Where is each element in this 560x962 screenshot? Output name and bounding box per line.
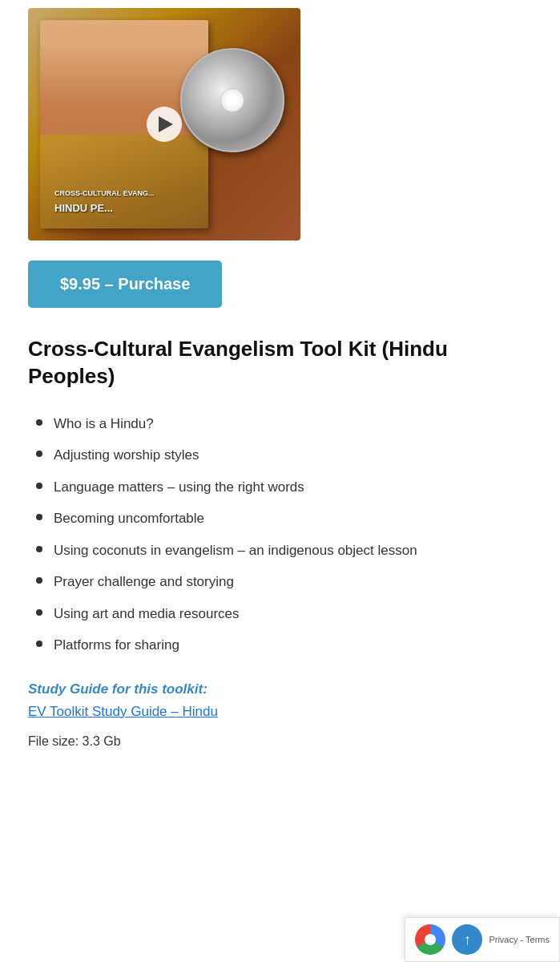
list-item: Using art and media resources <box>28 598 532 630</box>
up-arrow-icon: ↑ <box>464 932 471 948</box>
study-guide-link[interactable]: EV Toolkit Study Guide – Hindu <box>28 704 532 720</box>
product-image-container: CROSS-CULTURAL EVANG... HINDU PE... <box>0 0 560 240</box>
list-item-text: Platforms for sharing <box>54 635 179 656</box>
list-item: Platforms for sharing <box>28 629 532 661</box>
privacy-terms-text[interactable]: Privacy - Terms <box>489 935 550 944</box>
list-item: Adjusting worship styles <box>28 439 532 471</box>
privacy-badge: ↑ Privacy - Terms <box>405 917 560 962</box>
list-item: Language matters – using the right words <box>28 471 532 503</box>
book-cover: CROSS-CULTURAL EVANG... HINDU PE... <box>40 20 208 228</box>
list-item-text: Prayer challenge and storying <box>54 572 234 592</box>
bullet-dot <box>36 641 42 647</box>
list-item-text: Adjusting worship styles <box>54 445 199 466</box>
study-guide-section: Study Guide for this toolkit: EV Toolkit… <box>28 681 532 749</box>
list-item: Who is a Hindu? <box>28 408 532 440</box>
play-button[interactable] <box>147 107 182 142</box>
list-item-text: Using art and media resources <box>54 604 240 624</box>
play-icon <box>159 116 173 132</box>
file-size: File size: 3.3 Gb <box>28 734 532 749</box>
list-item: Using coconuts in evangelism – an indige… <box>28 535 532 567</box>
list-item-text: Becoming uncomfortable <box>54 508 204 529</box>
bullet-list: Who is a Hindu? Adjusting worship styles… <box>28 408 532 661</box>
dvd-disc <box>180 48 284 152</box>
list-item: Prayer challenge and storying <box>28 566 532 598</box>
bullet-dot <box>36 483 42 489</box>
list-item-text: Who is a Hindu? <box>54 414 154 435</box>
product-info: Cross-Cultural Evangelism Tool Kit (Hind… <box>0 328 560 765</box>
purchase-button[interactable]: $9.95 – Purchase <box>28 261 222 308</box>
up-arrow-button[interactable]: ↑ <box>452 924 482 955</box>
bullet-dot <box>36 419 42 426</box>
book-cover-title-text: HINDU PE... <box>54 202 194 214</box>
product-title: Cross-Cultural Evangelism Tool Kit (Hind… <box>28 336 532 390</box>
bullet-dot <box>36 514 42 520</box>
privacy-text-container: Privacy - Terms <box>489 935 550 944</box>
book-cover-small-text: CROSS-CULTURAL EVANG... <box>54 189 194 199</box>
study-guide-label: Study Guide for this toolkit: <box>28 681 532 697</box>
bullet-dot <box>36 451 42 457</box>
recaptcha-icon <box>415 924 445 955</box>
list-item-text: Using coconuts in evangelism – an indige… <box>54 540 417 561</box>
bullet-dot <box>36 546 42 552</box>
bullet-dot <box>36 577 42 584</box>
product-image: CROSS-CULTURAL EVANG... HINDU PE... <box>28 8 300 240</box>
list-item-text: Language matters – using the right words <box>54 477 304 498</box>
dvd-inner-circle <box>220 88 244 112</box>
list-item: Becoming uncomfortable <box>28 503 532 535</box>
bullet-dot <box>36 609 42 616</box>
